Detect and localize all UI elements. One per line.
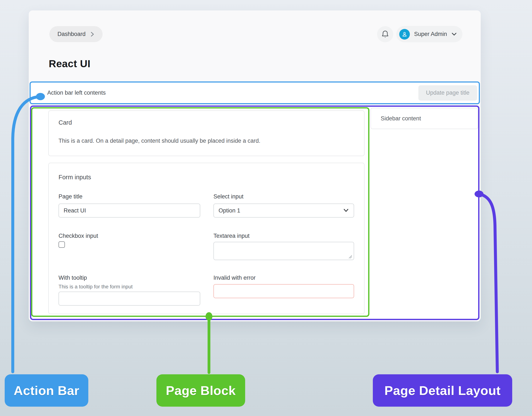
update-page-title-button[interactable]: Update page title xyxy=(418,85,477,101)
tooltip-field-label: With tooltip xyxy=(58,274,87,281)
form-inputs-card: Form inputs Page title Select input Opti… xyxy=(48,163,365,314)
avatar xyxy=(399,29,410,39)
checkbox-field-label: Checkbox input xyxy=(58,233,98,239)
breadcrumb[interactable]: Dashboard xyxy=(49,26,103,42)
notifications-button[interactable] xyxy=(377,26,393,42)
form-inputs-title: Form inputs xyxy=(58,174,91,181)
textarea-input[interactable] xyxy=(213,242,354,260)
checkbox-input[interactable] xyxy=(58,241,65,248)
card: Card This is a card. On a detail page, c… xyxy=(48,110,365,156)
action-bar-annotation-label: Action Bar xyxy=(5,374,88,407)
user-menu[interactable]: Super Admin xyxy=(396,26,462,42)
page-title: React UI xyxy=(49,58,90,70)
person-icon xyxy=(401,31,408,38)
page-detail-layout-connector-line xyxy=(479,194,497,372)
tooltip-helper-text: This is a tooltip for the form input xyxy=(58,284,133,290)
select-input[interactable]: Option 1 xyxy=(213,204,354,217)
breadcrumb-item-dashboard[interactable]: Dashboard xyxy=(58,31,86,38)
user-name: Super Admin xyxy=(414,31,447,38)
sidebar-content-text: Sidebar content xyxy=(381,115,421,122)
textarea-field-label: Textarea input xyxy=(213,233,250,239)
tooltip-input[interactable] xyxy=(58,292,200,306)
page-detail-layout-annotation-label: Page Detail Layout xyxy=(373,374,512,407)
card-title: Card xyxy=(58,119,72,126)
action-bar-left-contents: Action bar left contents xyxy=(47,90,106,96)
card-body-text: This is a card. On a detail page, conten… xyxy=(58,138,261,144)
sidebar-card: Sidebar content xyxy=(370,108,478,129)
page-title-field-label: Page title xyxy=(58,193,83,200)
page-title-input[interactable] xyxy=(58,204,200,217)
page-block-annotation-label: Page Block xyxy=(156,374,245,407)
chevron-down-icon xyxy=(451,32,457,36)
chevron-right-icon xyxy=(90,31,95,37)
invalid-field-label: Invalid with error xyxy=(213,274,256,281)
select-field-label: Select input xyxy=(213,193,243,200)
invalid-input[interactable] xyxy=(213,284,354,298)
action-bar: Action bar left contents Update page tit… xyxy=(29,81,480,104)
bell-icon xyxy=(381,30,389,38)
